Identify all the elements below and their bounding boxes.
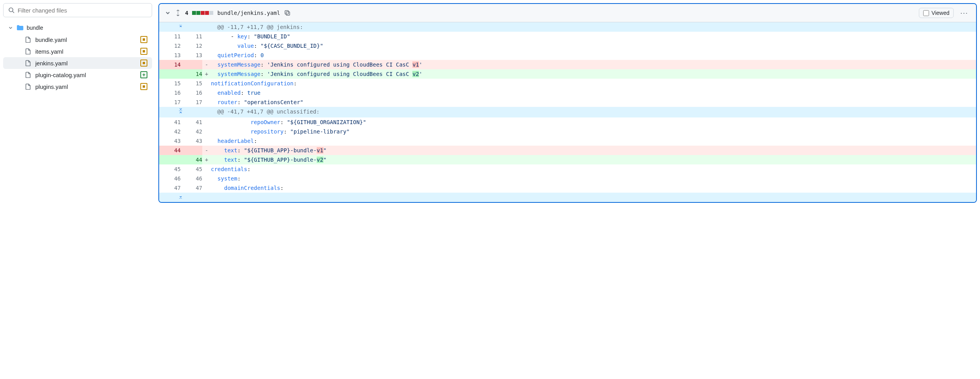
new-line-number: 42 (181, 127, 202, 136)
code-content: text: "${GITHUB_APP}-bundle-v1" (211, 146, 976, 155)
viewed-checkbox[interactable] (923, 10, 929, 16)
new-line-number (181, 60, 202, 69)
new-line-number: 41 (181, 117, 202, 127)
old-line-number: 41 (159, 117, 181, 127)
new-line-number: 45 (181, 164, 202, 174)
code-content: value: "${CASC_BUNDLE_ID}" (211, 41, 976, 51)
diff-line[interactable]: 1212 value: "${CASC_BUNDLE_ID}" (159, 41, 976, 51)
code-content: headerLabel: (211, 136, 976, 146)
tree-folder-bundle[interactable]: bundle (3, 22, 152, 34)
file-name: items.yaml (35, 48, 64, 55)
svg-rect-4 (285, 11, 289, 14)
diff-panel: 4 bundle/jenkins.yaml Viewed ⋯ @@ -11,7 … (158, 3, 977, 203)
new-line-number: 43 (181, 136, 202, 146)
new-line-number: 16 (181, 88, 202, 97)
code-content: repoOwner: "${GITHUB_ORGANIZATION}" (211, 117, 976, 127)
diff-marker (202, 164, 211, 174)
code-content: - key: "BUNDLE_ID" (211, 32, 976, 41)
diff-marker (202, 97, 211, 107)
filter-files-input-wrapper[interactable] (3, 3, 152, 17)
hunk-header-text: @@ -41,7 +41,7 @@ unclassified: (211, 107, 976, 117)
old-line-number (159, 155, 181, 164)
new-line-number: 17 (181, 97, 202, 107)
expand-hunk-up-icon[interactable] (159, 22, 202, 32)
new-line-number: 44 (181, 155, 202, 164)
diff-line[interactable]: 4242 repository: "pipeline-library" (159, 127, 976, 136)
expand-bottom-row (159, 193, 976, 202)
diff-line[interactable]: 4646 system: (159, 174, 976, 183)
diff-line[interactable]: 4343 headerLabel: (159, 136, 976, 146)
new-line-number: 12 (181, 41, 202, 51)
hunk-header-text: @@ -11,7 +11,7 @@ jenkins: (211, 22, 976, 32)
diff-line[interactable]: 1313 quietPeriod: 0 (159, 51, 976, 60)
diff-line[interactable]: 4747 domainCredentials: (159, 183, 976, 193)
file-actions-menu[interactable]: ⋯ (958, 8, 971, 18)
tree-file[interactable]: items.yaml (3, 45, 152, 57)
file-status-modified-icon (140, 48, 147, 55)
tree-file[interactable]: bundle.yaml (3, 34, 152, 45)
file-name: plugin-catalog.yaml (35, 72, 86, 78)
new-line-number: 46 (181, 174, 202, 183)
file-list: bundle.yamlitems.yamljenkins.yamlplugin-… (3, 34, 152, 92)
diff-line[interactable]: 4545credentials: (159, 164, 976, 174)
old-line-number (159, 69, 181, 79)
viewed-label: Viewed (931, 10, 949, 16)
diff-marker: + (202, 155, 211, 164)
file-icon (25, 83, 31, 90)
diff-line[interactable]: 1515notificationConfiguration: (159, 79, 976, 88)
collapse-file-icon[interactable] (165, 10, 171, 16)
new-line-number: 14 (181, 69, 202, 79)
old-line-number: 45 (159, 164, 181, 174)
diff-file-path[interactable]: bundle/jenkins.yaml (217, 10, 280, 16)
expand-all-icon[interactable] (175, 10, 181, 16)
copy-path-icon[interactable] (284, 10, 290, 16)
new-line-number: 13 (181, 51, 202, 60)
hunk-header: @@ -11,7 +11,7 @@ jenkins: (159, 22, 976, 32)
diff-header: 4 bundle/jenkins.yaml Viewed ⋯ (159, 4, 976, 22)
diff-marker: + (202, 69, 211, 79)
tree-file[interactable]: plugin-catalog.yaml (3, 69, 152, 81)
diff-marker (202, 88, 211, 97)
folder-label: bundle (27, 25, 43, 31)
filter-files-input[interactable] (18, 7, 147, 14)
file-name: bundle.yaml (35, 36, 67, 43)
diff-line[interactable]: 1111 - key: "BUNDLE_ID" (159, 32, 976, 41)
file-status-modified-icon (140, 60, 147, 67)
code-content: domainCredentials: (211, 183, 976, 193)
code-content: repository: "pipeline-library" (211, 127, 976, 136)
viewed-toggle[interactable]: Viewed (919, 8, 954, 18)
old-line-number: 46 (159, 174, 181, 183)
old-line-number: 15 (159, 79, 181, 88)
file-status-modified-icon (140, 83, 147, 90)
svg-rect-3 (286, 12, 290, 15)
diff-block-add (192, 11, 196, 15)
file-name: jenkins.yaml (35, 60, 68, 67)
code-content: systemMessage: 'Jenkins configured using… (211, 69, 976, 79)
diff-marker (202, 32, 211, 41)
code-content: router: "operationsCenter" (211, 97, 976, 107)
code-content: text: "${GITHUB_APP}-bundle-v2" (211, 155, 976, 164)
tree-file[interactable]: plugins.yaml (3, 81, 152, 92)
old-line-number: 47 (159, 183, 181, 193)
code-content: system: (211, 174, 976, 183)
svg-point-0 (9, 8, 13, 12)
new-line-number: 11 (181, 32, 202, 41)
diff-line[interactable]: 44- text: "${GITHUB_APP}-bundle-v1" (159, 146, 976, 155)
code-content: enabled: true (211, 88, 976, 97)
new-line-number (181, 146, 202, 155)
expand-hunk-both-icon[interactable] (159, 107, 202, 117)
new-line-number: 47 (181, 183, 202, 193)
code-content: quietPeriod: 0 (211, 51, 976, 60)
old-line-number: 17 (159, 97, 181, 107)
diff-line[interactable]: 1717 router: "operationsCenter" (159, 97, 976, 107)
diff-line[interactable]: 44+ text: "${GITHUB_APP}-bundle-v2" (159, 155, 976, 164)
diff-line[interactable]: 14+ systemMessage: 'Jenkins configured u… (159, 69, 976, 79)
tree-file[interactable]: jenkins.yaml (3, 57, 152, 69)
diff-line[interactable]: 1616 enabled: true (159, 88, 976, 97)
diff-line[interactable]: 4141 repoOwner: "${GITHUB_ORGANIZATION}" (159, 117, 976, 127)
old-line-number: 42 (159, 127, 181, 136)
diff-marker (202, 117, 211, 127)
diff-line[interactable]: 14- systemMessage: 'Jenkins configured u… (159, 60, 976, 69)
old-line-number: 11 (159, 32, 181, 41)
expand-hunk-down-icon[interactable] (159, 193, 202, 202)
